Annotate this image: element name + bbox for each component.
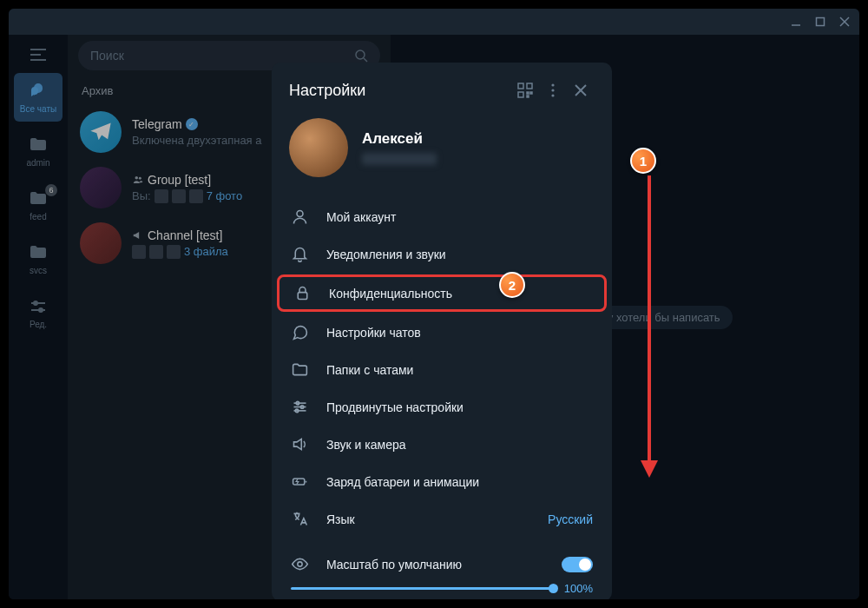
svg-rect-27 [298, 293, 307, 300]
chat-icon [291, 323, 309, 341]
settings-item-battery[interactable]: Заряд батареи и анимации [272, 463, 612, 500]
qr-button[interactable] [511, 76, 539, 104]
scale-label: Масштаб по умолчанию [326, 558, 544, 572]
user-icon [291, 208, 309, 226]
profile-avatar [289, 118, 348, 177]
lock-icon [293, 284, 312, 302]
annotation-badge-1: 1 [630, 148, 656, 174]
settings-item-label: Конфиденциальность [329, 287, 452, 301]
svg-point-26 [297, 211, 303, 217]
scale-value: 100% [564, 582, 593, 595]
settings-item-label: Уведомления и звуки [326, 248, 446, 261]
sliders-icon [291, 398, 309, 416]
svg-rect-19 [530, 92, 532, 94]
svg-rect-17 [518, 92, 523, 97]
svg-point-23 [551, 94, 554, 96]
settings-item-language[interactable]: Язык Русский [272, 500, 612, 538]
svg-rect-18 [527, 92, 529, 94]
minimize-button[interactable] [790, 16, 802, 28]
modal-overlay[interactable]: Настройки Алексей Мой аккаунт [9, 35, 859, 599]
settings-item-privacy[interactable]: Конфиденциальность [277, 274, 607, 312]
svg-point-36 [298, 562, 302, 566]
settings-item-label: Язык [326, 512, 355, 526]
folder-icon [291, 360, 309, 379]
settings-item-notifications[interactable]: Уведомления и звуки [272, 235, 612, 273]
settings-item-label: Продвинутые настройки [326, 400, 464, 414]
settings-item-sound-camera[interactable]: Звук и камера [272, 426, 612, 463]
translate-icon [291, 510, 309, 528]
profile-row[interactable]: Алексей [272, 113, 612, 193]
settings-item-label: Мой аккаунт [326, 210, 396, 224]
settings-item-value: Русский [548, 512, 593, 526]
svg-rect-15 [518, 83, 523, 89]
svg-marker-38 [641, 460, 658, 478]
modal-header: Настройки [272, 63, 612, 113]
annotation-badge-2: 2 [499, 272, 525, 298]
maximize-button[interactable] [814, 16, 826, 28]
profile-name: Алексей [362, 130, 437, 148]
svg-rect-20 [527, 96, 529, 97]
settings-item-label: Настройки чатов [326, 326, 421, 340]
close-button[interactable] [838, 16, 851, 28]
settings-list: Мой аккаунт Уведомления и звуки Конфиден… [272, 193, 612, 543]
svg-rect-1 [817, 18, 825, 26]
settings-item-chat-settings[interactable]: Настройки чатов [272, 314, 612, 351]
bell-icon [291, 245, 309, 263]
more-button[interactable] [539, 76, 567, 104]
scale-toggle[interactable] [562, 557, 593, 572]
speaker-icon [291, 435, 309, 453]
modal-title: Настройки [289, 82, 511, 100]
svg-rect-16 [527, 83, 532, 89]
battery-icon [291, 473, 309, 491]
eye-icon [291, 555, 309, 573]
scale-slider[interactable] [291, 587, 554, 590]
svg-point-21 [551, 83, 554, 86]
settings-item-folders[interactable]: Папки с чатами [272, 351, 612, 388]
settings-item-label: Звук и камера [326, 438, 406, 452]
titlebar [9, 9, 859, 35]
profile-phone-blurred [362, 153, 437, 165]
settings-item-label: Заряд батареи и анимации [326, 475, 479, 489]
app-window: Все чаты admin 6 feed svcs Ред. [9, 9, 859, 599]
annotation-arrow [636, 175, 662, 479]
settings-modal: Настройки Алексей Мой аккаунт [272, 63, 612, 599]
close-modal-button[interactable] [567, 76, 595, 104]
scale-setting: Масштаб по умолчанию 100% [272, 543, 612, 599]
svg-point-22 [551, 89, 554, 91]
settings-item-advanced[interactable]: Продвинутые настройки [272, 388, 612, 426]
settings-item-label: Папки с чатами [326, 363, 413, 377]
settings-item-account[interactable]: Мой аккаунт [272, 198, 612, 235]
